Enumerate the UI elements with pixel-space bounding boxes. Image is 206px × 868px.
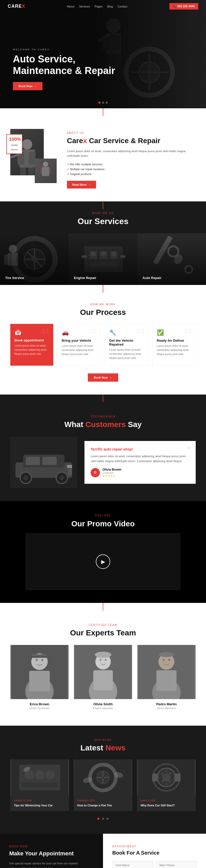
svg-point-94 [45, 770, 55, 780]
team-role-2: Engine Specialist [74, 707, 132, 710]
appt-right-tag: APPOINTMENT [112, 845, 197, 848]
svg-point-87 [163, 659, 165, 661]
svg-point-12 [22, 139, 32, 150]
about-features: ✓ We offer multiple services ✓ Multiple … [67, 162, 196, 177]
blog-post-1[interactable]: January 15, 2024 Tips for Winterizing Yo… [10, 760, 69, 811]
quality-percent: 100% [9, 137, 20, 142]
svg-rect-66 [67, 465, 72, 468]
team-role-3: Senior Mechanic [137, 707, 196, 710]
about-text: ABOUT US Carex Car Service & Repair Lore… [67, 129, 196, 188]
step-1-num: 01 [41, 327, 49, 335]
step-3-desc: Lorem ipsum dolor sit amet, consectetur … [109, 348, 144, 360]
svg-rect-71 [29, 671, 50, 691]
logo-x: X [22, 4, 25, 9]
hero-section: WELCOME TO CAREX Auto Service, Maintenan… [0, 0, 206, 108]
first-name-input[interactable] [112, 861, 153, 868]
svg-point-72 [36, 659, 38, 661]
step-4-title: Ready for Deliver [157, 339, 192, 342]
nav-blog[interactable]: Blog [107, 5, 113, 8]
svg-point-112 [165, 770, 167, 772]
reviewer-name: Olivia Brown [102, 468, 121, 471]
nav-phone-box: 📞 855 100 4444 [169, 3, 198, 9]
blog-grid: January 15, 2024 Tips for Winterizing Yo… [10, 760, 196, 811]
blog-content-3: March 3, 2024 Why Does Car Still Start? [137, 796, 196, 811]
svg-rect-75 [30, 656, 48, 658]
service-card-tire[interactable]: Tire Service [0, 234, 69, 285]
first-name-field [112, 861, 153, 868]
team-member-3-info: Pedro Martin Senior Mechanic [137, 699, 196, 713]
svg-point-88 [168, 659, 170, 661]
appointment-section: BOOK NOW Make Your Appointment Get speci… [0, 834, 206, 868]
process-title: Our Process [10, 308, 196, 317]
svg-rect-60 [26, 457, 40, 465]
team-name-3: Pedro Martin [137, 702, 196, 706]
svg-rect-111 [174, 774, 180, 781]
nav-services[interactable]: Services [79, 5, 90, 8]
play-button[interactable]: ▶ [96, 554, 110, 569]
review-text: Lorem ipsum dolor sit amet, consectetur … [91, 454, 190, 463]
about-read-more-button[interactable]: Read More → [67, 181, 96, 188]
service-card-engine[interactable]: Engine Repair [69, 234, 138, 285]
about-images: 100% Quality Service [10, 129, 57, 181]
video-container: ▶ [26, 533, 180, 590]
nav-contact[interactable]: Contact [117, 5, 127, 8]
team-member-3: Pedro Martin Senior Mechanic [137, 645, 196, 713]
blog-date-3: March 3, 2024 [141, 799, 192, 802]
blog-post-2[interactable]: February 8, 2024 How to Change a Flat Ti… [74, 760, 132, 811]
nav-pages[interactable]: Pages [95, 5, 102, 8]
step-2-num: 02 [89, 327, 97, 336]
promo-title: Our Promo Video [10, 519, 196, 528]
nav-phone: 855 100 4444 [177, 5, 195, 8]
team-section: CERTIFIED TEAM Our Experts Team [0, 611, 206, 726]
service-card-repair[interactable]: Auto Repair [137, 234, 206, 285]
services-grid: Tire Service [0, 234, 206, 285]
reviewer-info: Olivia Brown Customer ★★★★★ [102, 468, 121, 477]
svg-rect-79 [93, 670, 113, 690]
svg-point-80 [100, 659, 101, 661]
blog-dot-3[interactable] [107, 818, 109, 820]
nav-links: About Services Pages Blog Contact [67, 5, 127, 8]
testimonials-section: TESTIMONIALS What Customers Say [0, 402, 206, 501]
feature-3: ✓ Original products [67, 172, 196, 177]
video-placeholder: ▶ [26, 533, 180, 590]
step-4-num: 04 [184, 327, 192, 336]
step-1-desc: Lorem ipsum dolor sit amet, consectetur … [14, 344, 49, 356]
testimonials-tag: TESTIMONIALS [10, 415, 196, 418]
nav-about[interactable]: About [67, 5, 74, 8]
book-now-hero-button[interactable]: Book Now → [13, 82, 42, 90]
blog-dot-2[interactable] [102, 818, 104, 820]
blog-title-3: Why Does Car Still Start? [141, 803, 192, 808]
blog-post-3[interactable]: March 3, 2024 Why Does Car Still Start? [137, 760, 196, 811]
services-header: WHAT WE DO Our Services [0, 209, 206, 234]
reviewer: O Olivia Brown Customer ★★★★★ [91, 468, 190, 477]
team-photo-2 [74, 645, 132, 699]
reviewer-stars: ★★★★★ [102, 474, 121, 477]
step-3-title: Get the Vehicle Repaired [109, 339, 144, 346]
svg-rect-23 [42, 167, 49, 176]
testimonial-car-image [10, 437, 77, 488]
services-tag: WHAT WE DO [0, 212, 206, 215]
about-desc: Lorem ipsum dolor sit amet, consectetur … [67, 149, 196, 158]
svg-rect-110 [152, 774, 158, 781]
last-name-input[interactable] [156, 861, 197, 868]
team-title: Our Experts Team [10, 628, 196, 637]
service-name-1: Tire Service [5, 276, 24, 280]
step-4-desc: Lorem ipsum dolor sit amet, consectetur … [157, 344, 192, 356]
blog-dot-1[interactable] [97, 818, 99, 820]
divider-5 [0, 603, 206, 611]
appointment-left: BOOK NOW Make Your Appointment Get speci… [0, 834, 103, 868]
process-grid: 📅 Book appointment Lorem ipsum dolor sit… [10, 324, 196, 366]
svg-point-65 [59, 475, 64, 480]
blog-date-1: January 15, 2024 [14, 799, 65, 802]
blog-dots [10, 816, 196, 821]
blog-tag: OUR BLOG [10, 739, 196, 741]
review-title: Terrific auto repair shop! [91, 447, 190, 451]
svg-point-73 [41, 659, 43, 661]
process-book-button[interactable]: Book Now → [88, 373, 118, 382]
blog-header: OUR BLOG Latest News [10, 739, 196, 752]
svg-point-63 [23, 475, 28, 480]
about-secondary-image [35, 159, 57, 183]
step-2-desc: Lorem ipsum dolor sit amet, consectetur … [62, 344, 97, 356]
team-photo-3 [137, 645, 196, 699]
services-section: WHAT WE DO Our Services [0, 209, 206, 285]
